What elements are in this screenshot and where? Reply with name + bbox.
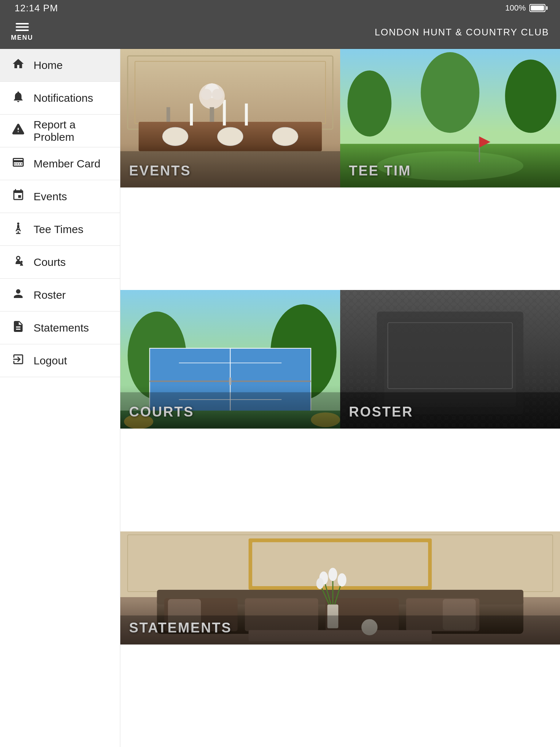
notification-icon: [11, 90, 26, 106]
svg-point-83: [338, 573, 346, 586]
sidebar-label-courts: Courts: [34, 256, 66, 268]
svg-rect-6: [21, 163, 22, 165]
sidebar-item-notifications[interactable]: Notifications: [0, 82, 120, 115]
svg-rect-22: [245, 104, 248, 125]
svg-rect-2: [19, 163, 20, 165]
svg-rect-20: [190, 104, 193, 125]
tee-times-icon: [11, 221, 26, 237]
sidebar-item-home[interactable]: Home: [0, 49, 120, 82]
menu-line-1: [16, 23, 29, 24]
svg-point-33: [421, 52, 479, 133]
grid-roster[interactable]: ROSTER: [340, 290, 560, 429]
sidebar-item-tee-times[interactable]: Tee Times: [0, 213, 120, 246]
sidebar-label-roster: Roster: [34, 289, 66, 301]
svg-rect-5: [19, 161, 20, 162]
sidebar-label-member-card: Member Card: [34, 158, 100, 170]
svg-rect-1: [17, 163, 18, 165]
svg-rect-0: [15, 163, 16, 165]
sidebar-label-statements: Statements: [34, 322, 89, 334]
sidebar-label-events: Events: [34, 190, 67, 203]
tee-label: TEE TIM: [349, 163, 411, 179]
status-time: 12:14 PM: [15, 3, 58, 14]
courts-label: COURTS: [129, 404, 194, 420]
menu-line-3: [16, 30, 29, 31]
grid-container: EVENTS: [120, 49, 560, 747]
status-bar: 12:14 PM 100%: [0, 0, 560, 16]
grid-statements[interactable]: STATEMENTS: [120, 531, 560, 645]
sidebar-item-roster[interactable]: Roster: [0, 279, 120, 311]
svg-point-32: [505, 59, 556, 133]
sidebar-label-report: Report a Problem: [34, 119, 109, 143]
sidebar-label-tee-times: Tee Times: [34, 223, 83, 236]
sidebar-item-member-card[interactable]: Member Card: [0, 147, 120, 180]
svg-point-82: [328, 568, 337, 581]
menu-line-2: [16, 26, 29, 28]
roster-label: ROSTER: [349, 404, 413, 420]
menu-button[interactable]: MENU: [11, 23, 33, 42]
report-icon: [11, 123, 26, 139]
svg-rect-28: [167, 107, 170, 122]
svg-point-25: [201, 89, 212, 100]
svg-point-31: [347, 70, 392, 136]
grid-events[interactable]: EVENTS: [120, 49, 340, 187]
grid-tee-times[interactable]: TEE TIM: [340, 49, 560, 187]
battery-percent: 100%: [505, 3, 526, 13]
header-title: LONDON HUNT & COUNTRY CLUB: [33, 27, 549, 38]
svg-rect-3: [15, 161, 16, 162]
svg-rect-21: [223, 100, 226, 125]
logout-icon: [11, 353, 26, 369]
member-card-icon: [11, 156, 26, 172]
svg-point-11: [20, 261, 23, 263]
events-icon: [11, 189, 26, 205]
right-panel: EVENTS: [120, 49, 560, 747]
sidebar-item-courts[interactable]: Courts: [0, 246, 120, 279]
main-content: Home Notifications Report a Problem Memb…: [0, 49, 560, 747]
menu-label: MENU: [11, 34, 33, 42]
sidebar-label-logout: Logout: [34, 355, 67, 367]
statements-icon: [11, 320, 26, 336]
grid-courts[interactable]: COURTS: [120, 290, 340, 429]
sidebar-label-home: Home: [34, 59, 63, 71]
sidebar-item-statements[interactable]: Statements: [0, 311, 120, 344]
status-right: 100%: [505, 3, 545, 13]
svg-point-7: [17, 222, 19, 225]
sidebar-item-events[interactable]: Events: [0, 180, 120, 213]
home-icon: [11, 57, 26, 73]
battery-icon: [529, 4, 545, 12]
svg-point-17: [163, 127, 188, 146]
svg-point-10: [17, 256, 20, 260]
events-label: EVENTS: [129, 163, 191, 179]
roster-icon: [11, 287, 26, 303]
sidebar-label-notifications: Notifications: [34, 92, 93, 104]
svg-point-19: [272, 127, 298, 146]
courts-icon: [11, 254, 26, 270]
svg-point-84: [316, 578, 324, 589]
sidebar: Home Notifications Report a Problem Memb…: [0, 49, 120, 747]
header-bar: MENU LONDON HUNT & COUNTRY CLUB: [0, 16, 560, 49]
svg-rect-27: [210, 107, 214, 122]
svg-point-26: [212, 89, 223, 100]
sidebar-item-report-problem[interactable]: Report a Problem: [0, 115, 120, 147]
svg-point-18: [217, 127, 243, 146]
svg-rect-4: [17, 161, 18, 162]
sidebar-item-logout[interactable]: Logout: [0, 344, 120, 377]
statements-label: STATEMENTS: [129, 620, 232, 636]
